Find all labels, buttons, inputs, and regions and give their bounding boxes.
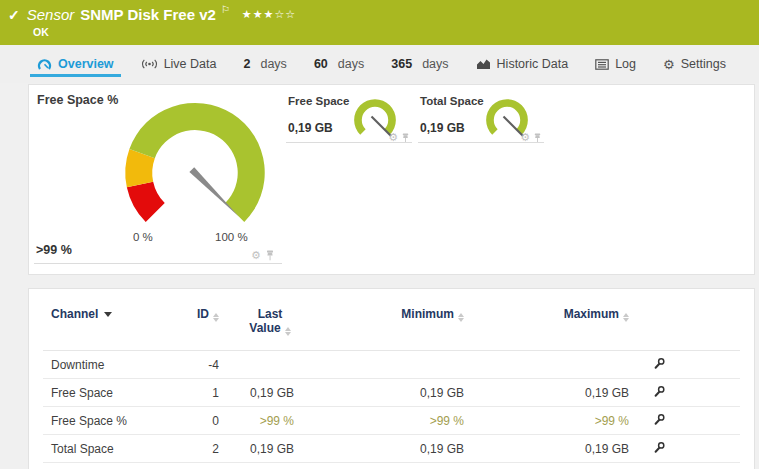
tab-label: Log bbox=[615, 57, 636, 71]
column-header-maximum[interactable]: Maximum bbox=[464, 307, 629, 322]
tab-unit: days bbox=[338, 57, 364, 71]
tab-overview[interactable]: Overview bbox=[30, 45, 121, 83]
gauge-panel-free-space-pct: Free Space % 0 % 100 % >99 % ⚙ bbox=[29, 85, 285, 269]
channel-name: Free Space % bbox=[51, 414, 181, 428]
gauge-min-label: 0 % bbox=[133, 231, 153, 243]
channel-id: -4 bbox=[181, 358, 219, 372]
sort-icon bbox=[623, 313, 629, 322]
table-row-downtime: Downtime -4 bbox=[43, 351, 740, 379]
channel-settings-wrench-icon[interactable] bbox=[653, 385, 666, 398]
channel-name: Downtime bbox=[51, 358, 181, 372]
tab-historic-data[interactable]: Historic Data bbox=[469, 45, 576, 83]
column-header-minimum[interactable]: Minimum bbox=[294, 307, 464, 322]
broadcast-icon bbox=[141, 58, 158, 70]
channel-maximum: 0,19 GB bbox=[464, 386, 629, 400]
column-label: Last Value bbox=[249, 307, 282, 335]
channel-settings-wrench-icon[interactable] bbox=[653, 441, 666, 454]
channel-id: 1 bbox=[181, 386, 219, 400]
tab-number: 365 bbox=[391, 57, 412, 71]
area-chart-icon bbox=[476, 58, 491, 70]
channel-id: 0 bbox=[181, 414, 219, 428]
status-check-icon: ✓ bbox=[8, 7, 20, 23]
table-header-row: Channel ID Last Value Minimum Maximum bbox=[43, 307, 740, 351]
gauge-chart bbox=[105, 85, 285, 265]
channel-name: Free Space bbox=[51, 386, 181, 400]
column-header-last-value[interactable]: Last Value bbox=[219, 307, 294, 336]
tab-live-data[interactable]: Live Data bbox=[134, 45, 224, 83]
tab-bar: Overview Live Data 2days 60days 365days … bbox=[0, 45, 759, 83]
column-header-id[interactable]: ID bbox=[181, 307, 219, 322]
sort-icon bbox=[285, 327, 291, 336]
channel-table-panel: Channel ID Last Value Minimum Maximum Do… bbox=[28, 288, 755, 469]
gauge-value: >99 % bbox=[36, 243, 72, 257]
gauge-needle bbox=[189, 167, 238, 216]
channel-last-value: 0,19 GB bbox=[219, 442, 294, 456]
channel-maximum: 0,19 GB bbox=[464, 442, 629, 456]
gear-icon[interactable]: ⚙ bbox=[251, 251, 261, 261]
table-row-free-space: Free Space 1 0,19 GB 0,19 GB 0,19 GB bbox=[43, 379, 740, 407]
pin-icon[interactable] bbox=[401, 129, 410, 147]
gear-icon: ⚙ bbox=[663, 57, 675, 72]
column-header-channel[interactable]: Channel bbox=[51, 307, 181, 321]
sort-desc-icon bbox=[104, 312, 112, 317]
divider bbox=[286, 142, 412, 143]
overview-panel: Free Space % 0 % 100 % >99 % ⚙ Free Spac… bbox=[28, 84, 755, 275]
channel-maximum: >99 % bbox=[464, 414, 629, 428]
gauge-panel-free-space: Free Space 0,19 GB ⚙ bbox=[286, 91, 412, 155]
channel-minimum: 0,19 GB bbox=[294, 442, 464, 456]
tab-60-days[interactable]: 60days bbox=[307, 45, 371, 83]
gauge-value: 0,19 GB bbox=[420, 121, 465, 135]
channel-table: Channel ID Last Value Minimum Maximum Do… bbox=[29, 289, 754, 463]
column-label: ID bbox=[197, 307, 209, 321]
tab-number: 60 bbox=[314, 57, 328, 71]
stars-filled: ★★★ bbox=[242, 8, 275, 21]
gauge-panel-total-space: Total Space 0,19 GB ⚙ bbox=[418, 91, 544, 155]
gauge-title: Total Space bbox=[420, 95, 484, 107]
gauge-title: Free Space bbox=[288, 95, 349, 107]
table-row-free-space-pct: Free Space % 0 >99 % >99 % >99 % bbox=[43, 407, 740, 435]
channel-name: Total Space bbox=[51, 442, 181, 456]
channel-id: 2 bbox=[181, 442, 219, 456]
sensor-type-label: Sensor bbox=[27, 6, 75, 23]
gauge-max-label: 100 % bbox=[215, 231, 248, 243]
gauge-icon bbox=[37, 58, 52, 71]
sensor-title: SNMP Disk Free v2 bbox=[80, 6, 216, 23]
tab-unit: days bbox=[260, 57, 286, 71]
column-label: Channel bbox=[51, 307, 98, 321]
tab-unit: days bbox=[422, 57, 448, 71]
tab-label: Overview bbox=[58, 57, 114, 71]
divider bbox=[34, 263, 282, 264]
tab-log[interactable]: Log bbox=[588, 45, 643, 83]
channel-minimum: >99 % bbox=[294, 414, 464, 428]
tab-label: Live Data bbox=[164, 57, 217, 71]
tab-settings[interactable]: ⚙ Settings bbox=[656, 45, 733, 83]
tab-label: Settings bbox=[681, 57, 726, 71]
tab-2-days[interactable]: 2days bbox=[237, 45, 294, 83]
column-label: Maximum bbox=[564, 307, 619, 321]
channel-last-value: >99 % bbox=[219, 414, 294, 428]
stars-empty: ☆☆ bbox=[274, 8, 296, 21]
column-label: Minimum bbox=[401, 307, 454, 321]
gauge-title: Free Space % bbox=[37, 93, 118, 107]
channel-settings-wrench-icon[interactable] bbox=[653, 357, 666, 370]
divider bbox=[418, 142, 544, 143]
pin-icon[interactable] bbox=[533, 129, 542, 147]
tab-label: Historic Data bbox=[497, 57, 569, 71]
channel-minimum: 0,19 GB bbox=[294, 386, 464, 400]
table-row-total-space: Total Space 2 0,19 GB 0,19 GB 0,19 GB bbox=[43, 435, 740, 463]
sensor-header-bar: ✓ Sensor SNMP Disk Free v2 ⚐ ★★★☆☆ OK bbox=[0, 0, 759, 45]
status-text: OK bbox=[33, 26, 759, 38]
star-rating[interactable]: ★★★☆☆ bbox=[242, 8, 296, 21]
flag-icon[interactable]: ⚐ bbox=[221, 4, 230, 15]
channel-settings-wrench-icon[interactable] bbox=[653, 413, 666, 426]
gauge-value: 0,19 GB bbox=[288, 121, 333, 135]
channel-last-value: 0,19 GB bbox=[219, 386, 294, 400]
log-list-icon bbox=[595, 59, 609, 70]
tab-365-days[interactable]: 365days bbox=[384, 45, 455, 83]
tab-number: 2 bbox=[244, 57, 251, 71]
